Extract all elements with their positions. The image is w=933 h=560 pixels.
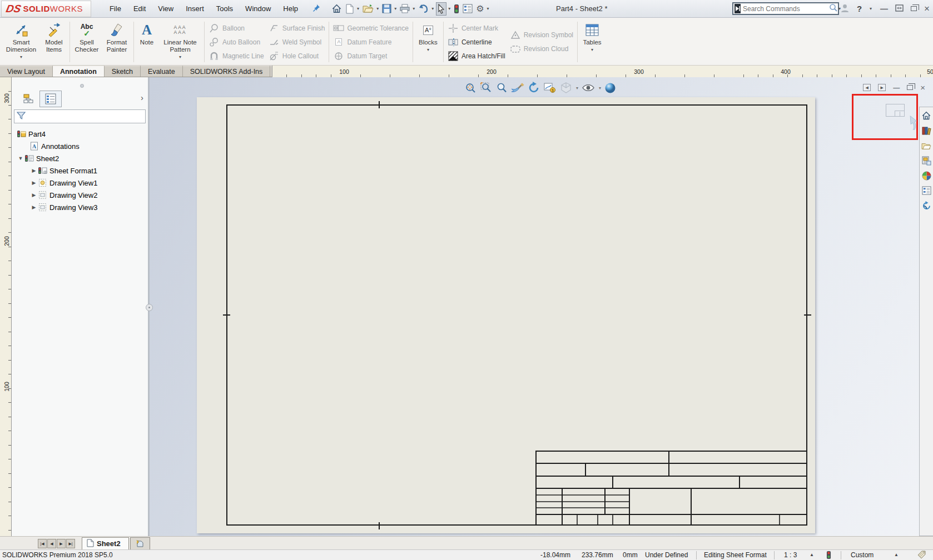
tree-item-drawing-view3[interactable]: ▶ Drawing View3: [12, 201, 148, 213]
menu-help[interactable]: Help: [277, 0, 304, 17]
last-sheet-icon[interactable]: ▶|: [66, 539, 75, 548]
tab-sketch[interactable]: Sketch: [105, 66, 141, 77]
resources-home-icon[interactable]: [921, 110, 932, 121]
sheet-properties-icon[interactable]: $: [543, 82, 557, 93]
drawing-sheet[interactable]: [197, 97, 815, 533]
menu-window[interactable]: Window: [239, 0, 277, 17]
tree-item-sheet2[interactable]: ▼ Sheet2: [12, 152, 148, 164]
magnifier-icon[interactable]: [829, 3, 838, 14]
file-explorer-icon[interactable]: [921, 140, 932, 151]
revision-symbol-button[interactable]: Revision Symbol: [510, 29, 573, 41]
weld-symbol-button[interactable]: Weld Symbol: [269, 36, 325, 48]
forum-sync-icon[interactable]: [921, 200, 932, 211]
redraw-icon[interactable]: [528, 82, 540, 94]
pin-icon[interactable]: [312, 4, 320, 14]
area-hatch-button[interactable]: Area Hatch/Fill: [448, 50, 505, 62]
tables-button[interactable]: Tables ▾: [579, 19, 605, 64]
tree-item-annotations[interactable]: A Annotations: [12, 140, 148, 152]
expand-arrow-icon[interactable]: ▶: [31, 168, 37, 173]
zoom-icon[interactable]: [495, 82, 508, 94]
spell-checker-button[interactable]: Abc✓ Spell Checker: [72, 19, 102, 64]
print-button[interactable]: [399, 2, 411, 15]
first-sheet-icon[interactable]: |◀: [38, 539, 47, 548]
center-mark-button[interactable]: Center Mark: [448, 22, 505, 34]
expand-arrow-icon[interactable]: ▶: [31, 204, 37, 210]
datum-feature-button[interactable]: ADatum Feature: [333, 36, 409, 48]
doc-minimize-icon[interactable]: —: [893, 84, 900, 92]
linear-note-dropdown-icon[interactable]: ▾: [179, 54, 181, 59]
undo-button[interactable]: [417, 3, 430, 15]
expand-arrow-icon[interactable]: ▶: [31, 180, 37, 186]
sheet-scale-value[interactable]: 1 : 3: [784, 551, 797, 559]
new-dropdown-icon[interactable]: ▾: [357, 6, 359, 11]
previous-view-icon[interactable]: [511, 82, 524, 93]
user-icon[interactable]: [840, 3, 850, 14]
home-button[interactable]: [330, 2, 343, 16]
revision-cloud-button[interactable]: Revision Cloud: [510, 43, 573, 55]
panel-splitter-handle[interactable]: [80, 84, 84, 88]
units-dropdown-icon[interactable]: ▲: [894, 552, 899, 557]
filter-input[interactable]: [28, 111, 145, 122]
design-library-icon[interactable]: [921, 125, 932, 136]
open-dropdown-icon[interactable]: ▾: [376, 6, 379, 11]
note-button[interactable]: A Note: [136, 19, 158, 64]
appearances-ball-icon[interactable]: [921, 170, 932, 181]
open-button[interactable]: [361, 2, 375, 15]
new-document-button[interactable]: [344, 2, 355, 16]
search-input[interactable]: [743, 5, 829, 13]
add-sheet-tab[interactable]: [130, 537, 150, 549]
save-button[interactable]: [381, 2, 393, 15]
zoom-to-area-icon[interactable]: [480, 82, 492, 94]
tree-item-drawing-view2[interactable]: ▶ Drawing View2: [12, 189, 148, 201]
scene-sphere-icon[interactable]: [604, 82, 616, 94]
format-painter-button[interactable]: Format Painter: [102, 19, 132, 64]
magnetic-line-button[interactable]: Magnetic Line: [209, 50, 264, 62]
panel-expand-chevron[interactable]: ›: [141, 93, 143, 102]
menu-view[interactable]: View: [152, 0, 180, 17]
tab-view-layout[interactable]: View Layout: [0, 66, 53, 77]
previous-document-icon[interactable]: ◀: [863, 84, 871, 91]
units-value[interactable]: Custom: [851, 551, 874, 559]
tree-item-sheet-format1[interactable]: ▶ Sheet Format1: [12, 164, 148, 177]
menu-file[interactable]: File: [103, 0, 127, 17]
balloon-button[interactable]: Balloon: [209, 22, 264, 34]
collapse-arrow-icon[interactable]: ▼: [17, 156, 24, 161]
model-items-button[interactable]: Model Items: [40, 19, 68, 64]
scale-dropdown-icon[interactable]: ▲: [810, 552, 814, 557]
auto-balloon-button[interactable]: Auto Balloon: [209, 36, 264, 48]
title-block[interactable]: [535, 451, 807, 526]
zoom-to-fit-icon[interactable]: [464, 82, 477, 94]
view-cube-dropdown-icon[interactable]: ▾: [576, 86, 578, 91]
tree-item-part4[interactable]: Part4: [12, 128, 148, 140]
restore-icon[interactable]: [911, 6, 917, 11]
datum-target-button[interactable]: Datum Target: [333, 50, 409, 62]
blocks-dropdown-icon[interactable]: ▾: [427, 47, 429, 52]
help-button[interactable]: ?: [857, 4, 862, 13]
centerline-button[interactable]: Centerline: [448, 36, 505, 48]
minimize-icon[interactable]: —: [880, 4, 888, 13]
display-pane-tab[interactable]: [39, 91, 62, 107]
next-document-icon[interactable]: ▶: [878, 84, 886, 91]
help-dropdown-icon[interactable]: ▾: [870, 6, 872, 11]
menu-tools[interactable]: Tools: [210, 0, 239, 17]
tags-icon[interactable]: [917, 551, 926, 560]
custom-properties-icon[interactable]: [921, 185, 932, 196]
smart-dimension-button[interactable]: Smart Dimension ▾: [2, 19, 40, 64]
expand-arrow-icon[interactable]: ▶: [31, 192, 37, 198]
blocks-button[interactable]: A° Blocks ▾: [415, 19, 441, 64]
linear-note-pattern-button[interactable]: AAAAAA Linear Note Pattern ▾: [158, 19, 202, 64]
view-palette-icon[interactable]: [921, 155, 932, 166]
tab-solidworks-add-ins[interactable]: SOLIDWORKS Add-Ins: [183, 66, 271, 77]
display-eye-dropdown-icon[interactable]: ▾: [599, 86, 601, 91]
tab-evaluate[interactable]: Evaluate: [141, 66, 183, 77]
doc-restore-icon[interactable]: [907, 85, 913, 90]
select-tool-button[interactable]: [436, 2, 446, 16]
next-sheet-icon[interactable]: ▶: [57, 539, 66, 548]
tab-annotation[interactable]: Annotation: [53, 66, 105, 77]
geometric-tolerance-button[interactable]: Geometric Tolerance: [333, 22, 409, 34]
smart-dimension-dropdown-icon[interactable]: ▾: [20, 54, 22, 59]
feature-tree-tab[interactable]: [17, 91, 39, 107]
save-dropdown-icon[interactable]: ▾: [394, 6, 396, 11]
display-eye-icon[interactable]: [582, 83, 595, 93]
select-dropdown-icon[interactable]: ▾: [448, 6, 450, 11]
